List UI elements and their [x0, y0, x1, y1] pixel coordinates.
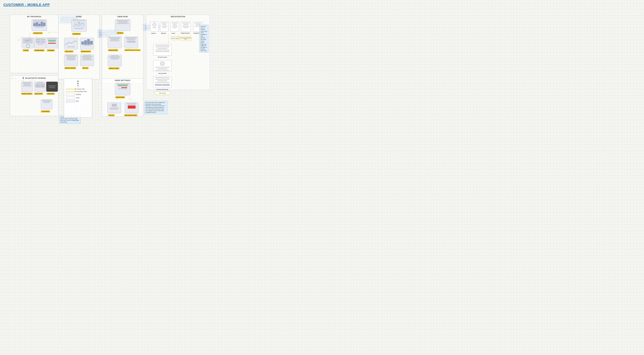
home-title: HOME: [58, 15, 100, 18]
log-out-screen: [107, 102, 121, 113]
for-you-label: FOR YOU: [82, 67, 88, 69]
dashboard-screen: [71, 20, 87, 32]
bluetooth-icon: ⚕: [22, 76, 24, 80]
fitness-label: FITNESS: [23, 49, 29, 51]
sign-up-screen: [160, 22, 168, 32]
user-receives-label: User receives verification code: [180, 38, 191, 40]
launch-stats-label: LAUNCH STATS: [33, 32, 42, 34]
interface-row: Interface: [66, 93, 90, 96]
action-row: Action: [66, 96, 90, 99]
page-title: CUSTOMER - MOBILE APP: [4, 3, 50, 7]
ios-settings-label: iOS SETTINGS: [41, 110, 50, 112]
user-settings-section: USER SETTINGS USER SETTINGS LOG OUT DEAC…: [102, 78, 143, 117]
training-media-screen: [34, 38, 46, 48]
swim-now-section: SWIM NOW TRAINING WORKOUT BANK WORKOUT D…: [102, 14, 143, 84]
set-up-profile-screen: [153, 60, 172, 72]
set-up-account-label: Set Up Account: [158, 56, 167, 58]
distance-goals-label: DISTANCE GOALS: [80, 50, 91, 52]
launch-label: Launch: [151, 32, 156, 34]
deactivate-account-screen: [125, 102, 138, 113]
connect-setup-screen: [153, 76, 172, 88]
my-progress-title: MY PROGRESS: [10, 15, 58, 18]
set-up-account-screen: [153, 44, 172, 56]
workout-difficulty-screen: [124, 36, 138, 48]
forgot-password-screen: [181, 22, 191, 32]
workout-bank-screen: [108, 36, 122, 48]
quick-stats-label: QUICK STATS: [34, 93, 43, 95]
ios-settings-screen: [41, 99, 52, 109]
workout-videos-screen: [108, 55, 122, 66]
technique-screen: [46, 38, 58, 48]
note-row: Note: [66, 100, 90, 102]
training-label: TRAINING: [117, 32, 124, 34]
distance-goals-screen: [80, 38, 94, 49]
set-up-account-note: During the "Set Up Account" screen users…: [199, 25, 208, 52]
forgot-password-label: Forgot Password: [181, 32, 190, 34]
training-screen: [115, 20, 130, 31]
for-you-screen: [80, 54, 94, 66]
workout-details-label: WORKOUT DETAILS: [21, 93, 32, 95]
key-title: KEY: [66, 80, 90, 87]
training-media-label: TRAINING MEDIA: [34, 49, 44, 51]
my-progress-main-screen: [32, 20, 47, 31]
technique-label: TECHNIQUE: [47, 49, 55, 51]
workout-bank-label: WORKOUT BANK: [108, 49, 118, 51]
deactivate-account-label: DEACTIVATE ACCOUNT: [124, 114, 137, 116]
set-up-profile-label: Set Up Profile: [158, 73, 166, 74]
user-settings-lbl: USER SETTINGS: [115, 96, 125, 98]
quick-stats-screen: [34, 82, 46, 92]
enter-app-2-label: Enter the app: [159, 92, 166, 94]
key-box: KEY Primary Path Secondary Path Interfac…: [64, 78, 92, 118]
workout-difficulty-label: WORKOUT DIFFICULTY TOGGLE: [124, 49, 140, 51]
workout-history-screen: [64, 54, 78, 66]
bluetooth-section: ⚕ BLUETOOTH PAIRING WORKOUT DETAILS: [10, 75, 58, 116]
swim-now-title: SWIM NOW: [102, 15, 143, 18]
primary-path-row: Primary Path: [66, 88, 90, 90]
secondary-path-row: Secondary Path: [66, 91, 90, 92]
user-settings-title: USER SETTINGS: [102, 78, 143, 82]
log-in-label: Log In: [172, 32, 175, 34]
connect-setup-label: Connect and Set Up: [156, 89, 168, 90]
user-settings-note: Here users will be able to update their …: [144, 101, 167, 114]
my-progress-section: MY PROGRESS LAUNCH STATS: [10, 14, 58, 73]
pair-phone-label: PAIR PHONE: [46, 93, 55, 95]
workout-videos-label: WORKOUT VIDEOS: [108, 67, 119, 69]
log-in-screen: [170, 22, 179, 32]
user-settings-main-screen: [115, 83, 130, 95]
bluetooth-title: ⚕ BLUETOOTH PAIRING: [10, 76, 58, 80]
launch-screen: [150, 22, 158, 32]
workout-history-label: WORKOUT HISTORY: [64, 67, 76, 69]
last-activity-screen: [64, 38, 78, 49]
pair-phone-screen: [46, 82, 58, 92]
dashboard-label: DASHBOARD: [72, 33, 81, 35]
workout-details-screen: [21, 82, 33, 92]
registration-section: REGISTRATION Launch Sign Up Log In Forgo…: [146, 14, 210, 90]
last-activity-label: LAST ACTIVITY: [64, 50, 73, 52]
log-out-label: LOG OUT: [108, 114, 114, 116]
sign-up-label: Sign Up: [161, 32, 166, 34]
registration-title: REGISTRATION: [146, 15, 210, 18]
enter-app-1-label: Enter the app: [172, 38, 178, 39]
home-section: HOME DASHBOARD: [58, 14, 100, 79]
fitness-screen: [22, 38, 34, 48]
